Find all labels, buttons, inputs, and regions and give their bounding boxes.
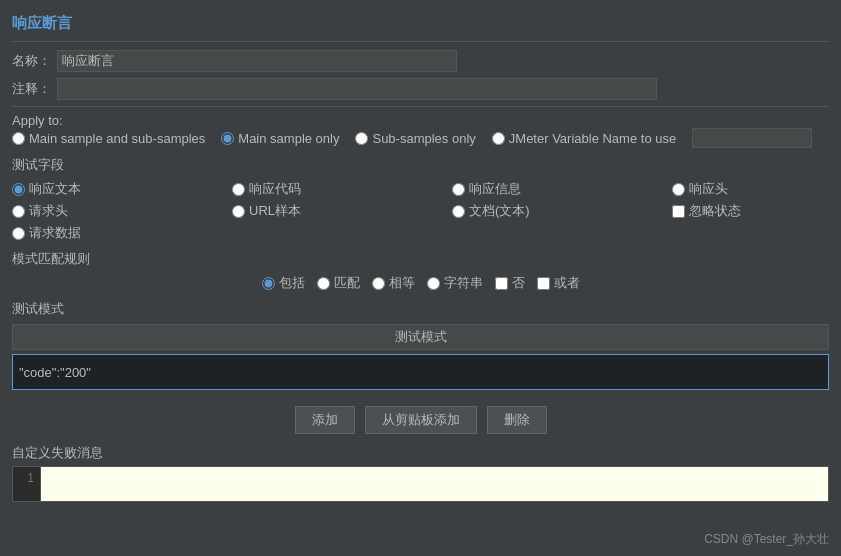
comment-input[interactable] [57,78,657,100]
paste-button[interactable]: 从剪贴板添加 [365,406,477,434]
tf-radio-code[interactable]: 响应代码 [232,180,452,198]
pattern-row: 包括 匹配 相等 字符串 否 或者 [12,274,829,292]
add-button[interactable]: 添加 [295,406,355,434]
apply-to-group: Main sample and sub-samples Main sample … [12,128,812,148]
comment-label: 注释： [12,80,51,98]
name-input[interactable] [57,50,457,72]
line-content[interactable] [41,467,828,501]
tf-radio-req-data[interactable]: 请求数据 [12,224,232,242]
radio-jmeter-var[interactable]: JMeter Variable Name to use [492,131,676,146]
pattern-label: 模式匹配规则 [12,250,829,268]
line-number: 1 [13,467,41,501]
tf-radio-doc[interactable]: 文档(文本) [452,202,672,220]
tf-checkbox-ignore-status[interactable]: 忽略状态 [672,202,841,220]
custom-fail-label: 自定义失败消息 [12,444,829,462]
buttons-row: 添加 从剪贴板添加 删除 [12,406,829,434]
pm-radio-string[interactable]: 字符串 [427,274,483,292]
delete-button[interactable]: 删除 [487,406,547,434]
pm-checkbox-or[interactable]: 或者 [537,274,580,292]
test-mode-input[interactable] [12,354,829,390]
radio-sub-only[interactable]: Sub-samples only [355,131,475,146]
jmeter-var-input[interactable] [692,128,812,148]
watermark: CSDN @Tester_孙大壮 [704,531,829,548]
line-numbered-area: 1 [12,466,829,502]
page-title: 响应断言 [12,8,829,42]
pm-radio-match[interactable]: 匹配 [317,274,360,292]
radio-main-sub[interactable]: Main sample and sub-samples [12,131,205,146]
tf-radio-url[interactable]: URL样本 [232,202,452,220]
pm-checkbox-not[interactable]: 否 [495,274,525,292]
tf-radio-req-header[interactable]: 请求头 [12,202,232,220]
custom-fail-section: 自定义失败消息 1 [12,444,829,502]
tf-radio-header[interactable]: 响应头 [672,180,841,198]
test-mode-section: 测试模式 测试模式 [12,300,829,390]
test-mode-label: 测试模式 [12,300,829,318]
test-fields-grid: 响应文本 响应代码 响应信息 响应头 请求头 URL样本 文档(文本) [12,180,829,242]
pm-radio-equal[interactable]: 相等 [372,274,415,292]
pm-radio-include[interactable]: 包括 [262,274,305,292]
tf-radio-text[interactable]: 响应文本 [12,180,232,198]
test-fields-label: 测试字段 [12,156,829,174]
test-mode-title: 测试模式 [12,324,829,350]
tf-radio-info[interactable]: 响应信息 [452,180,672,198]
apply-to-label: Apply to: [12,113,63,128]
name-label: 名称： [12,52,51,70]
radio-main-only[interactable]: Main sample only [221,131,339,146]
